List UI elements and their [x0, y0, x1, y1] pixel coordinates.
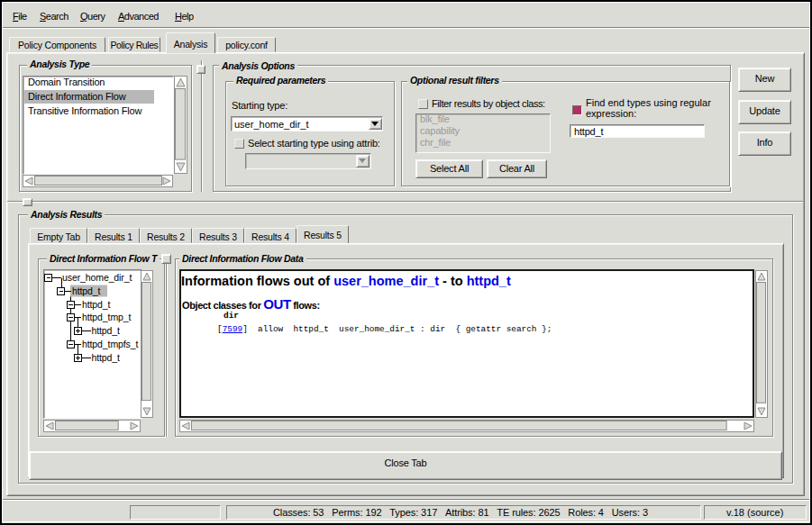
svg-text:httpd_t: httpd_t: [92, 325, 121, 336]
svg-text:httpd_t: httpd_t: [92, 352, 121, 363]
svg-text:httpd_tmp_t: httpd_tmp_t: [82, 312, 132, 322]
svg-text:httpd_tmpfs_t: httpd_tmpfs_t: [82, 339, 139, 349]
svg-text:user_home_dir_t: user_home_dir_t: [62, 272, 132, 283]
svg-text:httpd_t: httpd_t: [72, 285, 101, 296]
svg-text:httpd_t: httpd_t: [82, 299, 111, 310]
